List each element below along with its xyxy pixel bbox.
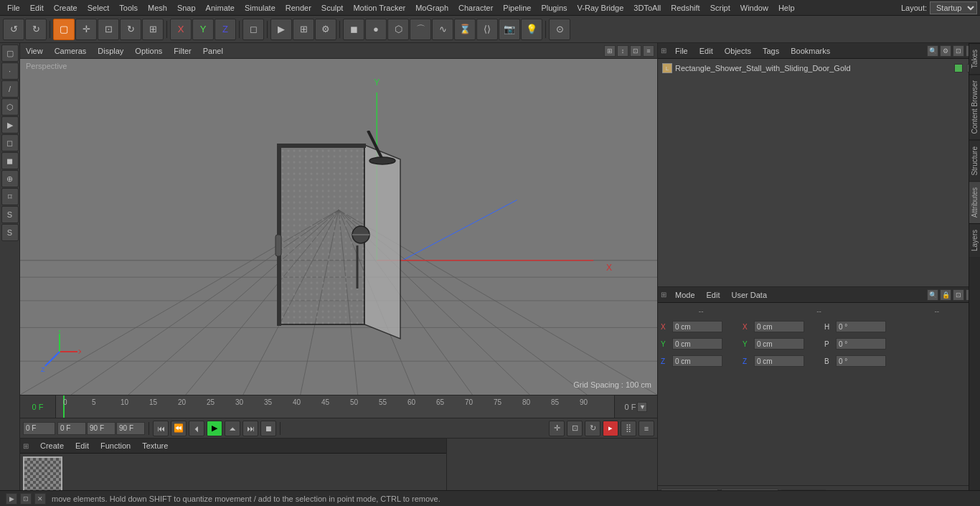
go-to-end-button[interactable]: ⏭ (242, 421, 258, 436)
x-rot-input[interactable] (754, 321, 804, 332)
transform-tool[interactable]: ⊞ (142, 19, 164, 40)
om-search-icon[interactable]: 🔍 (927, 45, 938, 57)
attr-search-icon[interactable]: 🔍 (927, 289, 938, 301)
p-input[interactable] (836, 338, 886, 350)
pb-list-button[interactable]: ≡ (639, 421, 654, 436)
pb-record-button[interactable]: ▸ (603, 421, 618, 436)
menu-redshift[interactable]: Redshift (666, 2, 704, 14)
om-menu-objects[interactable]: Objects (722, 45, 754, 57)
cylinder-button[interactable]: ⬡ (387, 19, 409, 40)
attr-expand-icon[interactable]: ⊡ (953, 289, 964, 301)
h-input[interactable] (836, 321, 886, 332)
vp-menu-options[interactable]: Options (132, 45, 165, 57)
total-frames-input[interactable] (116, 422, 145, 435)
menu-tools[interactable]: Tools (115, 2, 142, 14)
render-frame-button[interactable]: ▶ (270, 19, 292, 40)
cube-button[interactable]: ◼ (343, 19, 364, 40)
menu-window[interactable]: Window (736, 2, 773, 14)
timeline-settings[interactable]: ▼ (637, 402, 647, 412)
om-menu-file[interactable]: File (672, 45, 691, 57)
attr-menu-mode[interactable]: Mode (672, 289, 698, 301)
left-tool-edges[interactable]: / (1, 80, 19, 98)
play-reverse-button[interactable]: ⏴ (189, 421, 204, 436)
vp-menu-filter[interactable]: Filter (171, 45, 194, 57)
left-tool-workplane[interactable]: ⌑ (1, 188, 19, 205)
menu-animate[interactable]: Animate (202, 2, 239, 14)
sphere-button[interactable]: ● (365, 19, 387, 40)
render-settings-button[interactable]: ⚙ (315, 19, 336, 40)
prev-frame-button[interactable]: ⏪ (171, 421, 187, 436)
tab-takes[interactable]: Takes (969, 43, 980, 74)
menu-plugins[interactable]: Plugins (537, 2, 571, 14)
deformer-button[interactable]: ⟨⟩ (476, 19, 498, 40)
x-pos-input[interactable] (672, 321, 722, 332)
go-to-start-button[interactable]: ⏮ (153, 421, 169, 436)
viewport-canvas[interactable]: Y X (20, 59, 657, 395)
menu-vray[interactable]: V-Ray Bridge (573, 2, 628, 14)
object-tool[interactable]: ◻ (242, 19, 264, 40)
undo-button[interactable]: ↺ (3, 19, 24, 40)
nurbs-button[interactable]: ⌛ (454, 19, 476, 40)
left-tool-axis[interactable]: ⊕ (1, 170, 19, 187)
pb-scale-tool[interactable]: ⊡ (567, 421, 583, 436)
tab-layers[interactable]: Layers (969, 223, 980, 257)
status-play-icon[interactable]: ▶ (6, 493, 17, 505)
menu-3dtoall[interactable]: 3DToAll (629, 2, 665, 14)
om-expand-icon[interactable]: ⊡ (953, 45, 964, 57)
landscape-button[interactable]: ⌒ (410, 19, 431, 40)
left-tool-live[interactable]: ▶ (1, 116, 19, 133)
spline-button[interactable]: ∿ (432, 19, 453, 40)
start-frame-input[interactable] (57, 422, 86, 435)
stop-button[interactable]: ⏹ (260, 421, 276, 436)
menu-motion-tracker[interactable]: Motion Tracker (349, 2, 410, 14)
om-menu-tags[interactable]: Tags (760, 45, 782, 57)
snap-button[interactable]: ⊙ (549, 19, 570, 40)
menu-simulate[interactable]: Simulate (240, 2, 280, 14)
menu-help[interactable]: Help (774, 2, 799, 14)
vp-menu-display[interactable]: Display (95, 45, 126, 57)
left-tool-points[interactable]: · (1, 62, 19, 80)
end-frame-input[interactable] (87, 422, 116, 435)
status-grid-icon[interactable]: ⊡ (20, 493, 32, 505)
attr-menu-userdata[interactable]: User Data (729, 289, 771, 301)
axis-z-button[interactable]: Z (215, 19, 236, 40)
camera-button[interactable]: 📷 (499, 19, 520, 40)
axis-x-button[interactable]: X (170, 19, 192, 40)
left-tool-texture[interactable]: ◼ (1, 152, 19, 169)
menu-render[interactable]: Render (281, 2, 316, 14)
timeline-ruler[interactable]: 0 5 10 15 20 25 30 35 40 45 50 55 60 65 (56, 395, 614, 418)
vp-icon-fullscreen[interactable]: ⊡ (630, 45, 641, 57)
vp-icon-more[interactable]: ≡ (643, 45, 654, 57)
render-picture-button[interactable]: ⊞ (293, 19, 314, 40)
menu-create[interactable]: Create (50, 2, 82, 14)
redo-button[interactable]: ↻ (25, 19, 47, 40)
attr-lock-icon[interactable]: 🔒 (940, 289, 951, 301)
layout-dropdown[interactable]: Startup (930, 1, 977, 14)
next-frame-button[interactable]: ⏶ (225, 421, 240, 436)
play-button[interactable]: ▶ (207, 421, 222, 436)
menu-script[interactable]: Script (706, 2, 735, 14)
om-menu-edit[interactable]: Edit (697, 45, 716, 57)
z-pos-input[interactable] (672, 355, 722, 367)
menu-character[interactable]: Character (454, 2, 497, 14)
left-tool-select[interactable]: ▢ (1, 44, 19, 62)
menu-mesh[interactable]: Mesh (143, 2, 171, 14)
current-frame-input[interactable] (23, 422, 55, 435)
om-settings-icon[interactable]: ⚙ (940, 45, 951, 57)
pb-grid-button[interactable]: ⣿ (621, 421, 636, 436)
select-tool[interactable]: ▢ (53, 19, 75, 40)
material-menu-edit[interactable]: Edit (72, 440, 92, 451)
material-menu-texture[interactable]: Texture (139, 440, 171, 451)
b-input[interactable] (836, 355, 886, 367)
object-color-swatch[interactable] (954, 64, 963, 72)
vp-icon-arrows[interactable]: ↕ (617, 45, 628, 57)
axis-y-button[interactable]: Y (192, 19, 214, 40)
vp-icon-expand[interactable]: ⊞ (604, 45, 616, 57)
object-row-shower[interactable]: L Rectangle_Shower_Stall_with_Sliding_Do… (659, 60, 979, 76)
tab-structure[interactable]: Structure (969, 140, 980, 182)
material-menu-function[interactable]: Function (98, 440, 133, 451)
menu-sculpt[interactable]: Sculpt (317, 2, 348, 14)
attr-menu-edit[interactable]: Edit (704, 289, 723, 301)
menu-select[interactable]: Select (83, 2, 114, 14)
tab-attributes[interactable]: Attributes (969, 181, 980, 223)
